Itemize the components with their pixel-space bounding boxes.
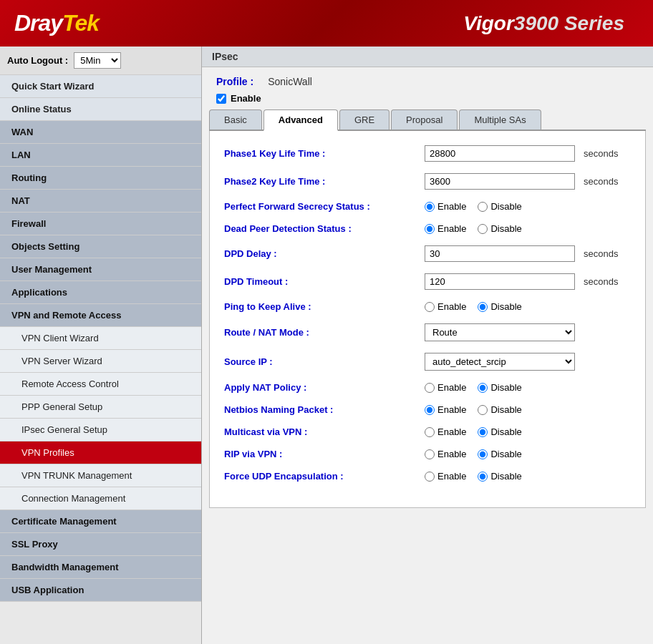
phase1-control: seconds: [425, 145, 618, 162]
sidebar-item-remote-access-control[interactable]: Remote Access Control: [0, 373, 201, 396]
sidebar-item-online-status[interactable]: Online Status: [0, 98, 201, 121]
auto-logout-select[interactable]: 5Min 1Min 3Min 10Min 30Min: [74, 52, 121, 69]
dpd-timeout-input[interactable]: [425, 273, 575, 290]
rip-enable-option: Enable: [425, 449, 466, 459]
route-nat-select[interactable]: Route NAT: [425, 323, 575, 341]
product-logo: Vigor3900 Series: [463, 12, 624, 35]
sidebar-item-vpn-trunk[interactable]: VPN TRUNK Management: [0, 464, 201, 487]
ping-enable-option: Enable: [425, 301, 466, 312]
sidebar-item-certificate-management[interactable]: Certificate Management: [0, 510, 201, 533]
sidebar-item-firewall[interactable]: Firewall: [0, 213, 201, 235]
sidebar-item-ssl-proxy[interactable]: SSL Proxy: [0, 533, 201, 556]
netbios-disable-radio[interactable]: [478, 405, 488, 415]
main-content: IPsec Profile : SonicWall Enable Basic A…: [202, 47, 653, 644]
source-ip-select[interactable]: auto_detect_srcip: [425, 353, 575, 371]
sidebar-item-user-management[interactable]: User Management: [0, 258, 201, 281]
dpd-delay-input[interactable]: [425, 245, 575, 262]
nat-policy-control: Enable Disable: [425, 382, 522, 393]
dpd-delay-control: seconds: [425, 245, 618, 262]
sidebar-item-quick-start[interactable]: Quick Start Wizard: [0, 75, 201, 98]
phase2-label: Phase2 Key Life Time :: [224, 176, 425, 187]
sidebar-item-ppp-general-setup[interactable]: PPP General Setup: [0, 396, 201, 419]
multicast-disable-radio[interactable]: [478, 427, 488, 437]
udp-enable-option: Enable: [425, 471, 466, 482]
sidebar-item-vpn-profiles[interactable]: VPN Profiles: [0, 441, 201, 464]
route-nat-label: Route / NAT Mode :: [224, 327, 425, 338]
nat-enable-radio[interactable]: [425, 383, 435, 393]
source-ip-control: auto_detect_srcip: [425, 353, 575, 371]
multicast-enable-radio[interactable]: [425, 427, 435, 437]
sidebar-item-usb-application[interactable]: USB Application: [0, 579, 201, 602]
source-ip-row: Source IP : auto_detect_srcip: [224, 353, 631, 371]
udp-enable-radio[interactable]: [425, 472, 435, 482]
main-layout: Auto Logout : 5Min 1Min 3Min 10Min 30Min…: [0, 47, 653, 644]
dpd-disable-label: Disable: [490, 223, 521, 234]
nat-disable-radio[interactable]: [478, 383, 488, 393]
form-area: Phase1 Key Life Time : seconds Phase2 Ke…: [209, 131, 646, 508]
udp-disable-radio[interactable]: [478, 472, 488, 482]
phase1-label: Phase1 Key Life Time :: [224, 148, 425, 159]
sidebar-item-routing[interactable]: Routing: [0, 167, 201, 190]
tab-proposal[interactable]: Proposal: [391, 109, 458, 130]
nat-disable-option: Disable: [478, 382, 521, 393]
sidebar-item-nat[interactable]: NAT: [0, 190, 201, 213]
pfs-disable-option: Disable: [478, 201, 521, 212]
multicast-enable-option: Enable: [425, 426, 466, 437]
udp-encap-row: Force UDP Encapsulation : Enable Disable: [224, 471, 631, 482]
dpd-delay-unit: seconds: [584, 248, 618, 259]
sidebar-item-wan[interactable]: WAN: [0, 121, 201, 144]
header: DrayTek Vigor3900 Series: [0, 0, 653, 47]
pfs-enable-radio[interactable]: [425, 202, 435, 212]
ping-keepalive-label: Ping to Keep Alive :: [224, 301, 425, 312]
udp-disable-option: Disable: [478, 471, 521, 482]
sidebar-item-bandwidth-management[interactable]: Bandwidth Management: [0, 556, 201, 579]
dpd-enable-radio[interactable]: [425, 224, 435, 234]
pfs-control: Enable Disable: [425, 201, 522, 212]
dpd-disable-radio[interactable]: [478, 224, 488, 234]
phase2-key-life-row: Phase2 Key Life Time : seconds: [224, 173, 631, 190]
profile-section: Profile : SonicWall Enable: [202, 67, 653, 109]
multicast-enable-label: Enable: [437, 426, 466, 437]
netbios-enable-radio[interactable]: [425, 405, 435, 415]
ping-disable-option: Disable: [478, 301, 521, 312]
rip-disable-radio[interactable]: [478, 449, 488, 459]
enable-checkbox[interactable]: [216, 94, 226, 104]
dpd-disable-option: Disable: [478, 223, 521, 234]
pfs-disable-radio[interactable]: [478, 202, 488, 212]
sidebar-item-connection-management[interactable]: Connection Management: [0, 487, 201, 510]
profile-row: Profile : SonicWall: [216, 76, 639, 87]
phase2-unit: seconds: [584, 176, 618, 187]
sidebar-item-lan[interactable]: LAN: [0, 144, 201, 167]
udp-enable-label: Enable: [437, 471, 466, 482]
sidebar-item-vpn[interactable]: VPN and Remote Access: [0, 304, 201, 327]
profile-label: Profile :: [216, 76, 253, 87]
sidebar-item-vpn-client-wizard[interactable]: VPN Client Wizard: [0, 327, 201, 350]
tab-gre[interactable]: GRE: [339, 109, 390, 130]
nat-disable-label: Disable: [490, 382, 521, 393]
rip-enable-radio[interactable]: [425, 449, 435, 459]
dpd-timeout-control: seconds: [425, 273, 618, 290]
ping-disable-radio[interactable]: [478, 302, 488, 312]
dpd-delay-label: DPD Delay :: [224, 248, 425, 259]
ping-disable-label: Disable: [490, 301, 521, 312]
phase1-key-life-row: Phase1 Key Life Time : seconds: [224, 145, 631, 162]
enable-row: Enable: [216, 93, 639, 104]
ping-enable-radio[interactable]: [425, 302, 435, 312]
multicast-control: Enable Disable: [425, 426, 522, 437]
dpd-timeout-unit: seconds: [584, 276, 618, 287]
multicast-label: Multicast via VPN :: [224, 426, 425, 437]
sidebar-item-ipsec-general-setup[interactable]: IPsec General Setup: [0, 419, 201, 441]
phase1-input[interactable]: [425, 145, 575, 162]
phase2-input[interactable]: [425, 173, 575, 190]
sidebar-item-objects-setting[interactable]: Objects Setting: [0, 235, 201, 258]
tab-multiple-sas[interactable]: Multiple SAs: [459, 109, 541, 130]
rip-label: RIP via VPN :: [224, 449, 425, 459]
netbios-enable-option: Enable: [425, 404, 466, 415]
source-ip-label: Source IP :: [224, 356, 425, 367]
sidebar-item-vpn-server-wizard[interactable]: VPN Server Wizard: [0, 350, 201, 373]
tab-advanced[interactable]: Advanced: [263, 109, 338, 131]
auto-logout-section: Auto Logout : 5Min 1Min 3Min 10Min 30Min: [0, 47, 201, 75]
dpd-enable-option: Enable: [425, 223, 466, 234]
tab-basic[interactable]: Basic: [209, 109, 262, 130]
sidebar-item-applications[interactable]: Applications: [0, 281, 201, 304]
